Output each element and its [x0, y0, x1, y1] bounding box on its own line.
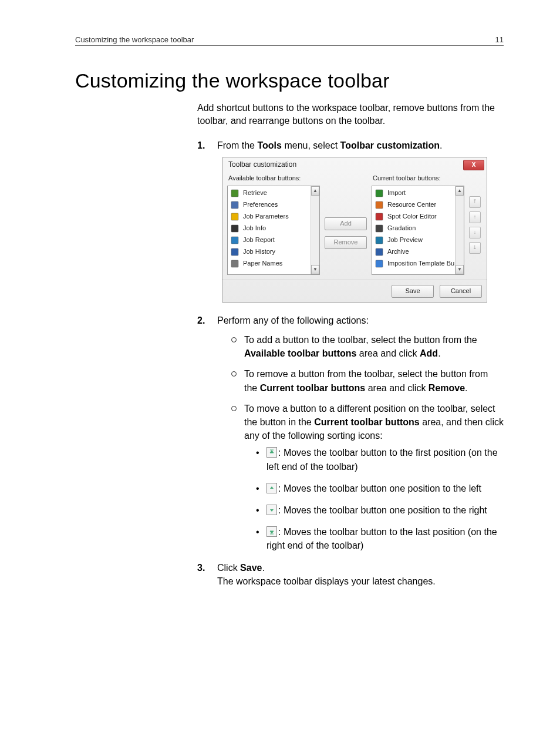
running-header: Customizing the workspace toolbar 11 — [75, 35, 504, 46]
add-button[interactable]: Add — [325, 217, 367, 230]
header-page-number: 11 — [495, 35, 504, 44]
arrow-top-icon: ⤒ — [473, 198, 477, 206]
item-label: Job Preview — [387, 236, 423, 245]
svg-rect-9 — [376, 213, 383, 220]
middle-buttons: Add Remove — [325, 173, 367, 275]
list-item[interactable]: Imposition Template Builder — [373, 258, 454, 270]
remove-button[interactable]: Remove — [325, 236, 367, 249]
cancel-button[interactable]: Cancel — [440, 285, 482, 298]
step2-sublist: To add a button to the toolbar, select t… — [231, 333, 504, 552]
page: Customizing the workspace toolbar 11 Cus… — [0, 0, 560, 746]
save-button[interactable]: Save — [392, 285, 434, 298]
icon-first: : Moves the toolbar button to the first … — [256, 446, 504, 473]
step-1: From the Tools menu, select Toolbar cust… — [197, 139, 504, 303]
item-icon — [230, 189, 239, 198]
scroll-down-icon[interactable]: ▼ — [456, 265, 464, 274]
move-last-button[interactable]: ⤓ — [469, 242, 481, 254]
available-label: Available toolbar buttons: — [228, 174, 320, 183]
list-item[interactable]: Preferences — [229, 199, 310, 211]
move-left-icon — [266, 483, 277, 493]
list-item[interactable]: Resource Center — [373, 199, 454, 211]
available-column: Available toolbar buttons: RetrievePrefe… — [227, 173, 320, 275]
body-column: Add shortcut buttons to the workspace to… — [197, 102, 504, 588]
arrow-bottom-icon: ⤓ — [473, 244, 477, 251]
scroll-up-icon[interactable]: ▲ — [456, 186, 464, 196]
icon-bullets: : Moves the toolbar button to the first … — [256, 446, 504, 552]
item-icon — [375, 189, 384, 198]
arrow-up-icon: ↑ — [474, 213, 477, 221]
svg-rect-12 — [376, 248, 383, 256]
scrollbar[interactable]: ▲ ▼ — [311, 186, 319, 274]
item-label: Preferences — [243, 200, 278, 210]
item-label: Spot Color Editor — [387, 212, 437, 221]
list-item[interactable]: Job Report — [229, 234, 310, 246]
list-item[interactable]: Archive — [373, 246, 454, 258]
move-right-icon — [266, 505, 277, 515]
item-icon — [375, 259, 384, 268]
svg-rect-3 — [231, 225, 238, 232]
svg-rect-6 — [231, 260, 238, 267]
item-label: Job Report — [243, 236, 275, 245]
svg-rect-0 — [231, 190, 238, 197]
svg-rect-1 — [231, 201, 238, 209]
available-listbox[interactable]: RetrievePreferencesJob ParametersJob Inf… — [227, 186, 320, 275]
move-last-icon — [266, 526, 277, 537]
toolbar-customization-dialog: Toolbar customization X Available toolba… — [222, 157, 487, 303]
dialog-title: Toolbar customization — [228, 160, 296, 170]
arrow-down-icon: ↓ — [474, 228, 477, 236]
item-label: Job Info — [243, 224, 266, 233]
item-icon — [375, 212, 384, 221]
move-down-button[interactable]: ↓ — [469, 227, 481, 238]
item-icon — [230, 212, 239, 221]
item-label: Job History — [243, 247, 275, 257]
svg-rect-2 — [231, 213, 238, 220]
step2-add: To add a button to the toolbar, select t… — [231, 333, 504, 360]
scroll-up-icon[interactable]: ▲ — [311, 186, 319, 196]
item-icon — [375, 247, 384, 257]
close-button[interactable]: X — [463, 160, 484, 170]
list-item[interactable]: Job Info — [229, 223, 310, 234]
list-item[interactable]: Job Preview — [373, 234, 454, 246]
current-label: Current toolbar buttons: — [373, 174, 464, 183]
item-icon — [375, 224, 384, 233]
icon-right: : Moves the toolbar button one position … — [256, 503, 504, 517]
item-label: Import — [387, 189, 406, 198]
item-icon — [230, 247, 239, 257]
item-label: Archive — [387, 247, 409, 257]
list-item[interactable]: Job Parameters — [229, 211, 310, 223]
item-label: Job Parameters — [243, 212, 289, 221]
list-item[interactable]: Spot Color Editor — [373, 211, 454, 223]
list-item[interactable]: Job History — [229, 246, 310, 258]
item-label: Gradation — [387, 224, 416, 233]
scroll-down-icon[interactable]: ▼ — [311, 265, 319, 274]
item-icon — [375, 200, 384, 210]
step2-remove: To remove a button from the toolbar, sel… — [231, 367, 504, 394]
item-icon — [230, 259, 239, 268]
icon-last: : Moves the toolbar button to the last p… — [256, 525, 504, 552]
svg-rect-8 — [376, 201, 383, 209]
svg-rect-11 — [376, 237, 383, 244]
page-title: Customizing the workspace toolbar — [75, 69, 504, 92]
item-label: Resource Center — [387, 200, 436, 210]
svg-rect-5 — [231, 248, 238, 256]
svg-rect-7 — [376, 190, 383, 197]
item-icon — [230, 224, 239, 233]
current-listbox[interactable]: ImportResource CenterSpot Color EditorGr… — [372, 186, 464, 275]
move-up-button[interactable]: ↑ — [469, 211, 481, 223]
list-item[interactable]: Gradation — [373, 223, 454, 234]
move-first-button[interactable]: ⤒ — [469, 196, 481, 208]
list-item[interactable]: Import — [373, 187, 454, 199]
scrollbar[interactable]: ▲ ▼ — [455, 186, 464, 274]
step2-move: To move a button to a different position… — [231, 402, 504, 553]
item-label: Paper Names — [243, 259, 282, 268]
step-2: Perform any of the following actions: To… — [197, 314, 504, 553]
item-icon — [375, 236, 384, 245]
current-column: Current toolbar buttons: ImportResource … — [372, 173, 464, 275]
item-label: Imposition Template Builder — [387, 259, 464, 268]
item-label: Retrieve — [243, 189, 267, 198]
list-item[interactable]: Paper Names — [229, 258, 310, 270]
svg-rect-10 — [376, 225, 383, 232]
list-item[interactable]: Retrieve — [229, 187, 310, 199]
icon-left: : Moves the toolbar button one position … — [256, 482, 504, 495]
move-buttons: ⤒ ↑ ↓ ⤓ — [469, 173, 481, 275]
